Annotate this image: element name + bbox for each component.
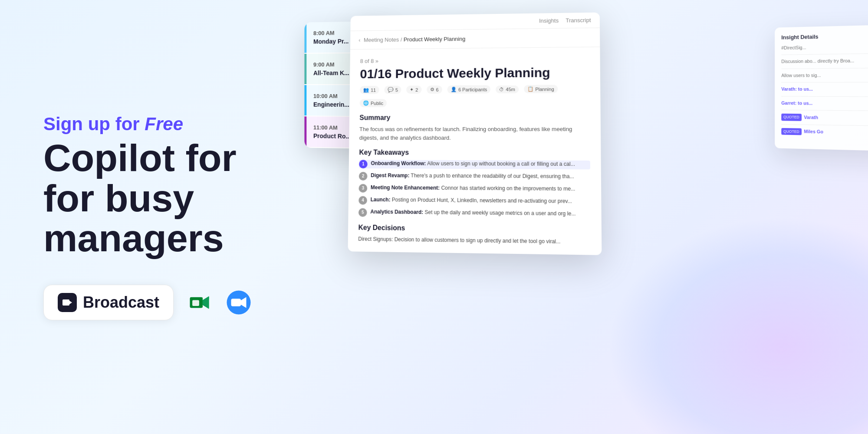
insight-panel: Insight Details #DirectSig... Discussion…: [775, 24, 868, 151]
meta-pill-planning: 📋 Planning: [524, 85, 558, 93]
insights-tab[interactable]: Insights: [539, 17, 559, 24]
summary-heading: Summary: [359, 113, 590, 122]
broadcast-badge[interactable]: Broadcast: [43, 285, 174, 320]
page-wrapper: Sign up for Free Copilot for for busy ma…: [0, 0, 868, 434]
signup-text-static: Sign up for: [43, 114, 145, 134]
takeaway-3: 3 Meeting Note Enhancement: Connor has s…: [358, 184, 590, 194]
meta-pill-time: ⏱ 45m: [496, 85, 519, 93]
takeaway-5: 5 Analytics Dashboard: Set up the daily …: [358, 208, 591, 219]
takeaway-4: 4 Launch: Posting on Product Hunt, X, Li…: [358, 196, 590, 207]
broadcast-icon-wrapper: [58, 293, 77, 312]
notes-meta-row: 👥 11 💬 5 ✦ 2 ⚙ 6 👤 6 Participants ⏱ 45m …: [360, 85, 590, 107]
meta-pill-participants: 👤 6 Participants: [447, 85, 490, 93]
heading-line2: for busy: [43, 177, 194, 220]
insight-item-3: Allow users to sig...: [781, 72, 868, 83]
summary-text: The focus was on refinements for launch.…: [359, 125, 590, 142]
breadcrumb-current: Product Weekly Planning: [404, 36, 465, 43]
heading-line1: Copilot for: [43, 136, 237, 179]
breadcrumb-parent[interactable]: Meeting Notes: [364, 36, 399, 43]
transcript-tab[interactable]: Transcript: [566, 17, 591, 24]
signup-line: Sign up for Free: [43, 114, 260, 135]
notes-panel: Insights Transcript ‹ Meeting Notes / Pr…: [348, 13, 602, 255]
svg-rect-0: [62, 299, 69, 306]
takeaways-heading: Key Takeaways: [359, 149, 590, 157]
notes-body: 8 of 8 » 01/16 Product Weekly Planning 👥…: [348, 47, 602, 255]
breadcrumb: Meeting Notes / Product Weekly Planning: [364, 36, 465, 43]
hero-heading: Copilot for for busy managers: [43, 138, 260, 258]
svg-rect-6: [231, 299, 241, 306]
broadcast-logo-icon: [61, 296, 73, 309]
notes-title: 01/16 Product Weekly Planning: [360, 65, 589, 81]
decision-item-1: Direct Signups: Decision to allow custom…: [358, 235, 591, 246]
svg-marker-1: [69, 301, 72, 304]
insight-item-4: Varath: to us...: [781, 86, 868, 97]
heading-line3: managers: [43, 217, 224, 260]
meta-pill-stars: ✦ 2: [406, 85, 421, 94]
insight-item-2: Discussion abo... directly try Broa...: [781, 57, 868, 69]
insight-panel-title: Insight Details: [781, 32, 868, 41]
svg-rect-4: [192, 300, 199, 306]
brand-badges: Broadcast: [43, 285, 260, 320]
insight-item-quoted-1: QUOTED Varath: [781, 114, 868, 126]
meta-pill-participants-count: 👥 11: [360, 86, 379, 94]
decisions-heading: Key Decisions: [358, 224, 591, 234]
meta-pill-public: 🌐 Public: [360, 99, 387, 107]
signup-free-text: Free: [145, 114, 183, 134]
meta-pill-comments: 💬 5: [385, 85, 401, 94]
google-meet-icon: [187, 289, 213, 316]
insight-item-1: #DirectSig...: [781, 43, 868, 56]
insight-item-quoted-2: QUOTED Miles Go: [781, 128, 868, 141]
takeaway-1: 1 Onboarding Workflow: Allow users to si…: [359, 160, 590, 169]
broadcast-label: Broadcast: [83, 293, 159, 312]
notes-counter: 8 of 8 »: [360, 56, 589, 64]
takeaway-2: 2 Digest Revamp: There's a push to enhan…: [359, 172, 590, 182]
insight-item-5: Garret: to us...: [781, 100, 868, 111]
hero-section: Sign up for Free Copilot for for busy ma…: [0, 79, 304, 355]
svg-marker-3: [203, 296, 209, 309]
meta-pill-gear: ⚙ 6: [427, 85, 442, 94]
takeaways-list: 1 Onboarding Workflow: Allow users to si…: [358, 160, 591, 219]
notes-breadcrumb-bar: ‹ Meeting Notes / Product Weekly Plannin…: [350, 28, 600, 49]
zoom-icon: [226, 289, 252, 316]
